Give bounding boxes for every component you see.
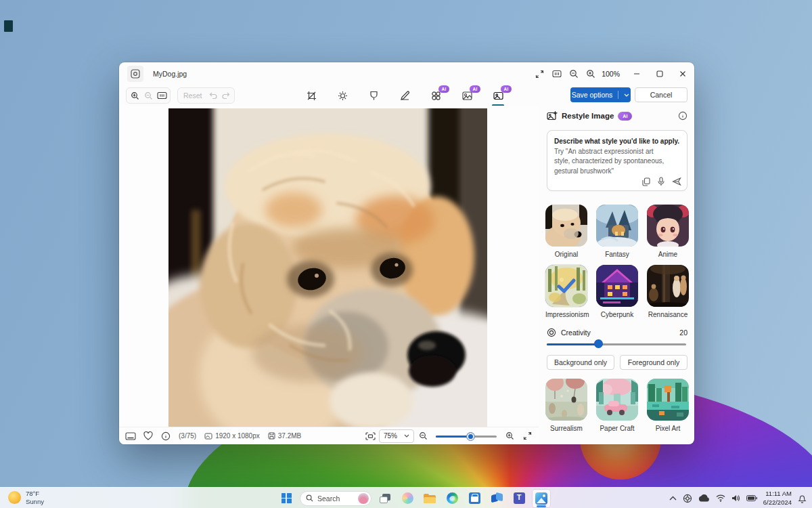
photos-active-indicator xyxy=(537,505,546,507)
style-card-original[interactable]: Original xyxy=(545,205,587,258)
clock-date: 6/22/2024 xyxy=(763,499,792,507)
photo-filesize: 37.2MB xyxy=(268,432,301,440)
canvas-zoom-out-icon[interactable] xyxy=(141,89,155,102)
teams-button[interactable] xyxy=(510,490,528,507)
viewer-footer: (3/75) 1920 x 1080px 37.2MB 75% xyxy=(119,427,539,444)
photos-app-icon[interactable] xyxy=(127,66,143,82)
style-thumb-surrealism[interactable] xyxy=(545,379,587,421)
teams-icon xyxy=(514,492,525,504)
send-icon[interactable] xyxy=(672,177,681,186)
filter-tool-icon[interactable] xyxy=(367,88,380,103)
info-icon[interactable] xyxy=(678,111,687,121)
copilot-icon xyxy=(402,492,413,504)
tray-security-icon[interactable] xyxy=(683,494,692,503)
creativity-slider-thumb[interactable] xyxy=(594,339,603,348)
canvas-actual-size-icon[interactable] xyxy=(155,89,168,102)
style-prompt-input[interactable]: Describe what style you'd like to apply.… xyxy=(547,130,687,191)
filmstrip-toggle-icon[interactable] xyxy=(122,429,139,444)
edit-toolbar: Reset AI xyxy=(119,85,539,106)
file-explorer-button[interactable] xyxy=(421,490,438,507)
style-thumb-paper-craft[interactable] xyxy=(596,379,638,421)
viewer-zoom-value: 75% xyxy=(384,432,397,440)
panel-title: Restyle Image xyxy=(562,112,614,120)
style-thumb-anime[interactable] xyxy=(647,205,689,247)
style-card-paper-craft[interactable]: Paper Craft xyxy=(596,379,638,432)
photos-taskbar-icon xyxy=(535,492,547,505)
microsoft-store-button[interactable] xyxy=(466,490,483,507)
clock-time: 11:11 AM xyxy=(763,490,792,498)
paste-icon[interactable] xyxy=(642,177,650,186)
foreground-only-button[interactable]: Foreground only xyxy=(620,355,687,370)
restyle-panel: Save options Cancel Restyle Image AI Des… xyxy=(539,62,694,444)
fullscreen-icon[interactable] xyxy=(518,429,536,444)
selected-check-icon xyxy=(545,265,587,307)
canvas-zoom-in-icon[interactable] xyxy=(128,89,141,102)
favorite-icon[interactable] xyxy=(139,429,157,444)
style-card-pixel-art[interactable]: Pixel Art xyxy=(647,379,689,432)
hidden-icons-chevron-icon[interactable] xyxy=(669,496,677,501)
taskbar: 78°F Sunny Search xyxy=(0,487,812,508)
viewer-zoom-out-icon[interactable] xyxy=(414,429,432,444)
desktop-accent-square xyxy=(4,20,13,32)
start-button[interactable] xyxy=(277,490,295,507)
save-options-chevron-icon xyxy=(624,93,629,97)
photo-mydog[interactable] xyxy=(168,108,487,427)
microphone-icon[interactable] xyxy=(658,177,664,186)
markup-tool-icon[interactable] xyxy=(398,88,411,103)
volume-icon[interactable] xyxy=(731,494,740,502)
reset-button[interactable]: Reset xyxy=(179,91,206,100)
split-button-divider xyxy=(618,91,618,99)
background-only-button[interactable]: Background only xyxy=(547,355,614,370)
taskbar-weather-widget[interactable]: 78°F Sunny xyxy=(8,490,44,506)
viewer-zoom-in-icon[interactable] xyxy=(501,429,518,444)
outlook-button[interactable] xyxy=(488,490,505,507)
fit-view-icon[interactable] xyxy=(361,429,379,444)
viewer-zoom-select[interactable]: 75% xyxy=(379,429,414,443)
onedrive-icon[interactable] xyxy=(698,494,710,502)
creativity-slider[interactable] xyxy=(547,337,686,351)
style-thumb-original[interactable] xyxy=(545,205,587,247)
style-card-fantasy[interactable]: Fantasy xyxy=(596,205,638,258)
redo-icon[interactable] xyxy=(219,89,233,102)
restyle-tool-icon[interactable]: AI xyxy=(491,88,505,103)
wifi-icon[interactable] xyxy=(716,494,725,502)
style-label: Anime xyxy=(647,251,689,258)
style-card-impressionism[interactable]: Impressionism xyxy=(545,265,587,318)
style-card-surrealism[interactable]: Surrealism xyxy=(545,379,587,432)
style-label: Cyberpunk xyxy=(596,311,638,318)
crop-tool-icon[interactable] xyxy=(304,88,318,103)
taskbar-clock[interactable]: 11:11 AM 6/22/2024 xyxy=(763,490,792,507)
creativity-icon xyxy=(547,328,556,337)
style-thumb-cyberpunk[interactable] xyxy=(596,265,638,307)
windows-logo-icon xyxy=(281,493,292,503)
save-options-button[interactable]: Save options xyxy=(570,87,631,102)
prompt-suggestion: Try "An abstract expressionist art style… xyxy=(554,147,669,177)
battery-icon[interactable] xyxy=(746,495,757,501)
style-card-anime[interactable]: Anime xyxy=(647,205,689,258)
background-tool-icon[interactable]: AI xyxy=(460,88,474,103)
cancel-button[interactable]: Cancel xyxy=(635,87,687,102)
viewer-zoom-slider-thumb[interactable] xyxy=(466,432,475,441)
generative-erase-tool-icon[interactable]: AI xyxy=(429,88,443,103)
file-explorer-icon xyxy=(424,494,436,503)
viewer-zoom-slider[interactable] xyxy=(436,429,497,443)
adjust-tool-icon[interactable] xyxy=(336,88,349,103)
photos-taskbar-button[interactable] xyxy=(533,490,550,507)
style-thumb-fantasy[interactable] xyxy=(596,205,638,247)
style-thumb-rennaisance[interactable] xyxy=(647,265,689,307)
undo-icon[interactable] xyxy=(206,89,219,102)
task-view-button[interactable] xyxy=(376,490,394,507)
style-thumb-pixel-art[interactable] xyxy=(647,379,689,421)
search-highlight-thumbnail xyxy=(358,493,369,504)
copilot-button[interactable] xyxy=(399,490,416,507)
style-card-rennaisance[interactable]: Rennaisance xyxy=(647,265,689,318)
photo-filesize-value: 37.2MB xyxy=(278,432,301,440)
edge-button[interactable] xyxy=(443,490,461,507)
style-thumb-impressionism[interactable] xyxy=(545,265,587,307)
taskbar-search-box[interactable]: Search xyxy=(300,491,371,506)
file-info-icon[interactable] xyxy=(157,429,175,444)
photos-app-window: MyDog.jpg 100% xyxy=(119,62,694,444)
style-card-cyberpunk[interactable]: Cyberpunk xyxy=(596,265,638,318)
notifications-bell-icon[interactable] xyxy=(798,494,807,503)
weather-condition: Sunny xyxy=(26,498,44,506)
